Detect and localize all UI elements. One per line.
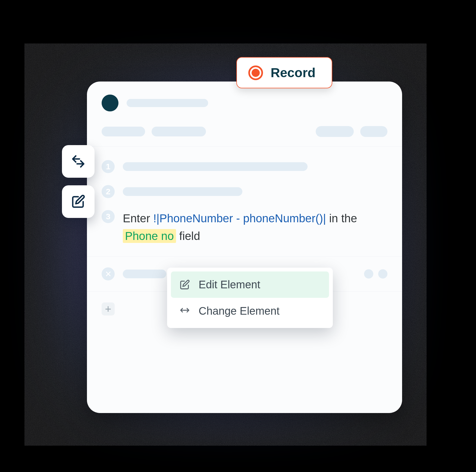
- toolbar-pill[interactable]: [316, 126, 354, 137]
- record-label: Record: [271, 65, 315, 80]
- step-text: Enter !|PhoneNumber - phoneNumber()| in …: [123, 210, 387, 245]
- step-text-mid: in the: [326, 212, 357, 225]
- edit-icon: [71, 194, 86, 209]
- step-number-badge: 1: [102, 160, 115, 173]
- action-dot[interactable]: [378, 269, 387, 279]
- toolbar-placeholder: [102, 127, 145, 136]
- step-row[interactable]: 3 Enter !|PhoneNumber - phoneNumber()| i…: [87, 204, 402, 251]
- menu-item-edit-element[interactable]: Edit Element: [171, 271, 329, 298]
- step-text-placeholder: [123, 187, 242, 196]
- record-icon: [248, 65, 263, 80]
- step-number-badge: 2: [102, 185, 115, 198]
- toolbar-placeholder: [152, 127, 206, 136]
- step-number-badge: 3: [102, 210, 115, 223]
- element-context-menu: Edit Element Change Element: [167, 268, 333, 328]
- record-button[interactable]: Record: [236, 57, 332, 88]
- title-placeholder: [127, 99, 208, 107]
- record-dot-icon: [252, 69, 260, 77]
- menu-item-label: Change Element: [199, 305, 280, 317]
- element-token[interactable]: Phone no: [123, 229, 176, 243]
- swap-icon: [71, 154, 86, 169]
- variable-token[interactable]: !|PhoneNumber - phoneNumber()|: [153, 212, 326, 225]
- step-row[interactable]: 1: [87, 154, 402, 179]
- step-row[interactable]: 2: [87, 179, 402, 204]
- edit-icon: [179, 279, 190, 290]
- step-text-suffix: field: [176, 230, 200, 242]
- menu-item-label: Edit Element: [199, 279, 260, 291]
- step-text-prefix: Enter: [123, 212, 153, 225]
- edit-element-button[interactable]: [62, 185, 95, 218]
- step-text-placeholder: [123, 162, 308, 171]
- action-dot[interactable]: [364, 269, 373, 279]
- avatar: [102, 95, 118, 111]
- plus-icon: +: [102, 302, 115, 315]
- test-steps-panel: 1 2 3 Enter !|PhoneNumber - phoneNumber(…: [87, 82, 402, 413]
- swap-element-button[interactable]: [62, 145, 95, 178]
- toolbar-pill[interactable]: [360, 126, 387, 137]
- step-actions: [364, 269, 387, 279]
- menu-item-change-element[interactable]: Change Element: [171, 298, 329, 324]
- panel-toolbar: [87, 121, 402, 146]
- step-text-placeholder: [123, 270, 166, 278]
- swap-icon: [179, 305, 190, 317]
- close-icon[interactable]: ✕: [102, 267, 115, 280]
